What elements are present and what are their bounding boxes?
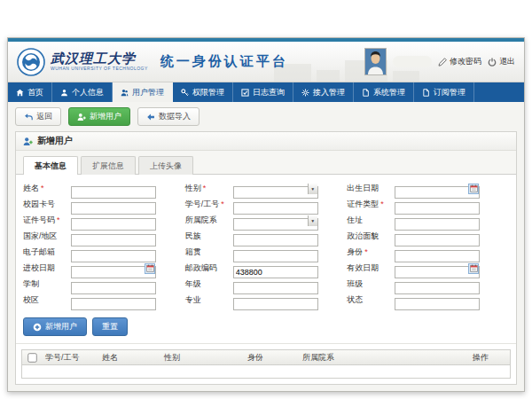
nav-item-subscription-management[interactable]: 订阅管理 (414, 82, 474, 102)
tab-upload-avatar[interactable]: 上传头像 (138, 156, 193, 175)
table-header-actions: 操作 (469, 352, 510, 364)
class-input[interactable] (395, 282, 480, 294)
form-field-schooling-length: 学制 (23, 278, 185, 291)
form-field-class: 班级 (347, 278, 509, 291)
user-avatar[interactable] (364, 48, 387, 75)
calendar-icon (470, 184, 478, 192)
campus-card-no-input[interactable] (71, 202, 156, 215)
tab-basic-info[interactable]: 基本信息 (23, 156, 78, 175)
student-id-control (233, 199, 318, 211)
data-import-button[interactable]: 数据导入 (137, 107, 200, 126)
required-marker: * (380, 200, 384, 208)
schooling-length-input[interactable] (71, 282, 156, 294)
address-input[interactable] (395, 218, 480, 231)
id-type-control (395, 199, 480, 211)
student-id-input[interactable] (233, 202, 318, 215)
grade-control (233, 278, 318, 291)
reset-button[interactable]: 重置 (92, 317, 128, 336)
select-all-checkbox[interactable] (27, 353, 36, 362)
tab-extended-info[interactable]: 扩展信息 (81, 156, 136, 175)
user-table: 学号/工号姓名性别身份所属院系操作 (21, 349, 511, 379)
logout-link[interactable]: 退出 (488, 56, 515, 67)
check-square-icon (241, 89, 249, 97)
field-label-valid-date: 有效日期 (347, 262, 395, 274)
required-marker: * (221, 200, 224, 208)
field-label-postal-code: 邮政编码 (185, 262, 233, 274)
form-actions: 新增用户 重置 (16, 313, 516, 344)
form-field-campus-card-no: 校园卡号 (23, 198, 185, 211)
doc-icon (362, 89, 370, 97)
submit-add-user-button[interactable]: 新增用户 (23, 317, 87, 336)
valid-date-calendar-button[interactable] (468, 263, 479, 274)
identity-input[interactable] (395, 250, 480, 262)
field-label-department: 所属院系 (185, 215, 233, 226)
id-number-input[interactable] (71, 218, 156, 231)
back-arrow-icon (24, 113, 33, 121)
nav-item-system-management[interactable]: 系统管理 (354, 82, 414, 102)
gender-dropdown-button[interactable]: ▼ (308, 184, 317, 194)
table-header-gender: 性别 (160, 352, 244, 364)
birth-date-input[interactable] (395, 186, 480, 199)
required-marker: * (203, 184, 207, 192)
change-password-link[interactable]: 修改密码 (438, 56, 481, 67)
id-type-input[interactable] (395, 202, 480, 215)
entry-date-calendar-button[interactable] (145, 263, 155, 274)
nav-item-access-management[interactable]: 接入管理 (293, 82, 354, 102)
table-header-identity: 身份 (244, 352, 299, 364)
nav-item-permission-management[interactable]: 权限管理 (173, 82, 233, 102)
university-logo (17, 48, 45, 76)
gender-input[interactable] (233, 186, 318, 199)
field-label-campus-card-no: 校园卡号 (23, 199, 71, 210)
ethnicity-input[interactable] (233, 234, 318, 246)
major-input[interactable] (233, 298, 318, 310)
nav-item-label: 订阅管理 (434, 87, 466, 98)
nav-item-label: 个人信息 (72, 87, 104, 98)
user-add-icon (77, 113, 86, 121)
form-field-id-number: 证件号码* (23, 214, 185, 227)
form-field-native-place: 籍贯 (185, 246, 348, 259)
app-window: 武汉理工大学 WUHAN UNIVERSITY OF TECHNOLOGY 统一… (7, 37, 525, 392)
email-input[interactable] (71, 250, 156, 262)
back-button[interactable]: 返回 (15, 107, 61, 126)
campus-input[interactable] (71, 298, 156, 310)
form-field-grade: 年级 (185, 278, 348, 291)
valid-date-input[interactable] (395, 266, 480, 278)
gender-control: ▼ (233, 183, 318, 195)
native-place-input[interactable] (233, 250, 318, 262)
form-field-country-region: 国家/地区 (23, 230, 185, 243)
pencil-icon (438, 58, 447, 66)
entry-date-input[interactable] (71, 266, 156, 278)
form-field-ethnicity: 民族 (185, 230, 348, 243)
field-label-email: 电子邮箱 (23, 246, 71, 258)
ethnicity-control (233, 231, 318, 243)
political-status-input[interactable] (395, 234, 480, 246)
country-region-input[interactable] (71, 234, 156, 246)
native-place-control (233, 246, 318, 259)
status-input[interactable] (395, 298, 480, 310)
grade-input[interactable] (233, 282, 318, 294)
field-label-schooling-length: 学制 (23, 278, 71, 290)
user-table-empty-body (22, 365, 510, 378)
nav-item-label: 权限管理 (192, 87, 224, 98)
add-user-toolbar-button[interactable]: 新增用户 (68, 107, 130, 126)
toolbar: 返回 新增用户 数据导入 (8, 102, 524, 131)
university-name-en: WUHAN UNIVERSITY OF TECHNOLOGY (51, 66, 148, 71)
birth-date-calendar-button[interactable] (468, 184, 479, 194)
table-header-name: 姓名 (98, 352, 160, 364)
main-nav: 首页个人信息用户管理权限管理日志查询接入管理系统管理订阅管理 (8, 82, 524, 102)
users-icon (121, 89, 129, 97)
department-dropdown-button[interactable]: ▼ (308, 215, 317, 226)
nav-item-log-query[interactable]: 日志查询 (233, 82, 293, 102)
nav-item-label: 接入管理 (313, 87, 345, 98)
postal-code-input[interactable] (233, 266, 318, 278)
nav-item-profile[interactable]: 个人信息 (52, 82, 113, 102)
field-label-student-id: 学号/工号* (185, 199, 233, 210)
nav-item-home[interactable]: 首页 (8, 82, 52, 102)
header-user-area: 修改密码 退出 (364, 48, 515, 75)
name-input[interactable] (71, 186, 156, 199)
import-arrow-icon (146, 113, 155, 121)
user-nameplate (393, 56, 432, 67)
university-name: 武汉理工大学 (51, 52, 148, 66)
department-input[interactable] (233, 218, 318, 231)
nav-item-user-management[interactable]: 用户管理 (113, 82, 173, 102)
